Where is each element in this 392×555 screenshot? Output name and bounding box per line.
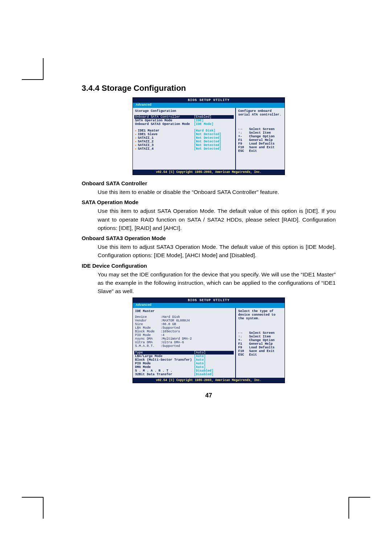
crop-mark <box>22 58 44 80</box>
bios-key-action: Select Screen <box>249 331 274 335</box>
bios-option-value: [Disabled] <box>194 373 233 376</box>
bios-info-key: Device <box>135 315 160 319</box>
bios-drive-value: [Not Detected] <box>194 143 233 147</box>
bios-pane-heading: Storage Configuration <box>135 109 233 113</box>
bios-key-action: Change Option <box>249 135 274 138</box>
bios-drive-value: [Not Detected] <box>194 133 233 136</box>
bios-info-key: Async DMA <box>135 337 160 341</box>
bios-drive-row: SATAII_1[Not Detected] <box>135 136 233 140</box>
bios-key-action: Load Defaults <box>249 142 274 146</box>
bios-drive-key: IDE1 Master <box>135 129 194 133</box>
bios-key-action: Select Item <box>249 335 270 339</box>
bios-help-pane: Select the type of device connected to t… <box>236 308 285 378</box>
bios-key-legend: ←→Select Screen↑↓Select Item+-Change Opt… <box>238 331 282 357</box>
bios-option-row: Onboard SATA3 Operation Mode[IDE Mode] <box>135 122 233 126</box>
bios-option-row: Type[Auto] <box>134 351 234 355</box>
bios-option-value: [Enabled] <box>194 115 233 119</box>
item-body: You may set the IDE configuration for th… <box>98 270 336 296</box>
bios-key: ESC <box>238 149 249 153</box>
bios-info-row: Device:Hard Disk <box>135 315 233 319</box>
bios-drive-row: SATAII_3[Not Detected] <box>135 143 233 147</box>
bios-key-hint: F9Load Defaults <box>238 142 282 146</box>
bios-info-value: :Hard Disk <box>160 315 180 319</box>
bios-key: F10 <box>238 146 249 149</box>
bios-key: F1 <box>238 342 249 346</box>
bios-key-action: Save and Exit <box>249 146 274 149</box>
bios-key-hint: F10Save and Exit <box>238 349 282 353</box>
bios-drive-value: [Not Detected] <box>194 147 233 151</box>
bios-info-value: :4 <box>160 333 164 337</box>
bios-key-hint: ESCExit <box>238 353 282 357</box>
bios-option-value: [IDE Mode] <box>194 122 233 126</box>
bios-info-row: Vendor:MAXTOR 6L080J4 <box>135 319 233 323</box>
bios-drive-key: SATAII_2 <box>135 140 194 143</box>
bios-key-hint: ESCExit <box>238 149 282 153</box>
bios-info-row: Size:80.0 GB <box>135 323 233 326</box>
bios-screenshot-storage: BIOS SETUP UTILITY Advanced Storage Conf… <box>132 97 285 175</box>
bios-info-row: Async DMA:MultiWord DMA-2 <box>135 337 233 341</box>
bios-key-action: Change Option <box>249 339 274 342</box>
bios-key: ESC <box>238 353 249 357</box>
bios-key: F1 <box>238 138 249 142</box>
page-content: 3.4.4 Storage Configuration BIOS SETUP U… <box>82 84 336 399</box>
bios-left-pane: Storage Configuration Onboard SATA Contr… <box>133 108 236 170</box>
crop-mark <box>348 497 370 519</box>
bios-key-hint: +-Change Option <box>238 135 282 138</box>
bios-key-action: General Help <box>249 342 273 346</box>
bios-option-key: LBA/Large Mode <box>135 355 194 358</box>
bios-key-hint: ↑↓Select Item <box>238 335 282 339</box>
bios-info-value: :MultiWord DMA-2 <box>160 337 192 341</box>
bios-option-key: Block (Multi-Sector Transfer) <box>135 358 194 362</box>
bios-option-value: [Disabled] <box>194 369 233 373</box>
bios-drive-key: IDE1 Slave <box>135 133 194 136</box>
bios-info-key: LBA Mode <box>135 326 160 330</box>
bios-option-key: S . M . A . R . T . <box>135 369 194 373</box>
bios-option-key: SATA Operation Mode <box>135 119 194 122</box>
item-title: IDE Device Configuration <box>82 263 336 269</box>
bios-key-hint: ←→Select Screen <box>238 127 282 131</box>
bios-info-row: Block Mode:16Sectors <box>135 330 233 333</box>
bios-option-row: 32Bit Data Transfer[Disabled] <box>135 373 233 376</box>
bios-option-row: SATA Operation Mode[IDE] <box>135 119 233 122</box>
bios-drive-value: [Hard Disk] <box>194 129 233 133</box>
bios-key-hint: ↑↓Select Item <box>238 131 282 135</box>
bios-info-value: :16Sectors <box>160 330 180 333</box>
bios-key-action: Load Defaults <box>249 346 274 349</box>
bios-info-row: Ultra DMA:Ultra DMA-6 <box>135 341 233 344</box>
bios-left-pane: IDE Master Device:Hard DiskVendor:MAXTOR… <box>133 308 236 378</box>
bios-key-hint: F1General Help <box>238 342 282 346</box>
item-body: Use this item to adjust SATA3 Operation … <box>98 243 336 260</box>
bios-help-text: Configure onboard serial ATA controller. <box>238 109 282 117</box>
bios-option-row: Block (Multi-Sector Transfer)[Auto] <box>135 358 233 362</box>
bios-info-row: S.M.A.R.T.:Supported <box>135 344 233 348</box>
bios-drive-value: [Not Detected] <box>194 136 233 140</box>
section-heading: 3.4.4 Storage Configuration <box>82 84 336 93</box>
bios-option-value: [Auto] <box>194 365 233 369</box>
bios-info-key: Ultra DMA <box>135 341 160 344</box>
bios-option-key: 32Bit Data Transfer <box>135 373 194 376</box>
bios-key: F9 <box>238 142 249 146</box>
item-title: Onboard SATA3 Operation Mode <box>82 235 336 241</box>
bios-key: ↑↓ <box>238 335 249 339</box>
bios-tab-advanced: Advanced <box>133 103 154 108</box>
bios-option-row: DMA Mode[Auto] <box>135 365 233 369</box>
bios-key-legend: ←→Select Screen↑↓Select Item+-Change Opt… <box>238 127 282 153</box>
bios-drive-key: SATAII_4 <box>135 147 194 151</box>
bios-key: +- <box>238 339 249 342</box>
bios-key: F10 <box>238 349 249 353</box>
bios-title: BIOS SETUP UTILITY <box>133 298 285 303</box>
bios-drive-row: SATAII_2[Not Detected] <box>135 140 233 143</box>
bios-option-value: [Auto] <box>194 351 233 355</box>
bios-footer: v02.54 (C) Copyright 1985-2003, American… <box>133 378 285 383</box>
bios-info-key: Vendor <box>135 319 160 323</box>
bios-drive-row: SATAII_4[Not Detected] <box>135 147 233 151</box>
bios-pane-heading: IDE Master <box>135 309 233 313</box>
bios-option-row: LBA/Large Mode[Auto] <box>135 355 233 358</box>
bios-key: ↑↓ <box>238 131 249 135</box>
item-title: Onboard SATA Controller <box>82 180 336 186</box>
bios-footer: v02.54 (C) Copyright 1985-2003, American… <box>133 170 285 175</box>
bios-info-key: Size <box>135 323 160 326</box>
bios-option-key: PIO Mode <box>135 362 194 365</box>
crop-mark <box>22 497 44 519</box>
bios-tab-bar: Advanced <box>133 103 285 108</box>
